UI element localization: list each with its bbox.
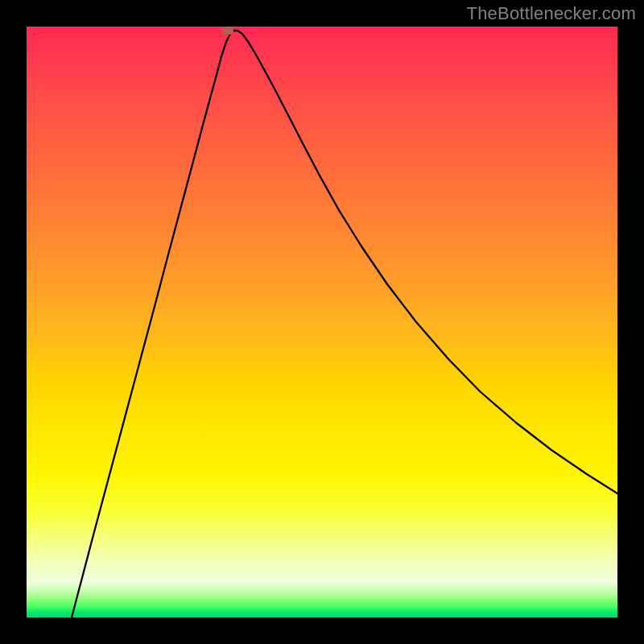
plot-area [27, 27, 617, 617]
chart-frame: TheBottlenecker.com [0, 0, 644, 644]
bottleneck-curve [27, 27, 617, 617]
marker-point [222, 27, 233, 35]
watermark-text: TheBottlenecker.com [467, 3, 636, 24]
